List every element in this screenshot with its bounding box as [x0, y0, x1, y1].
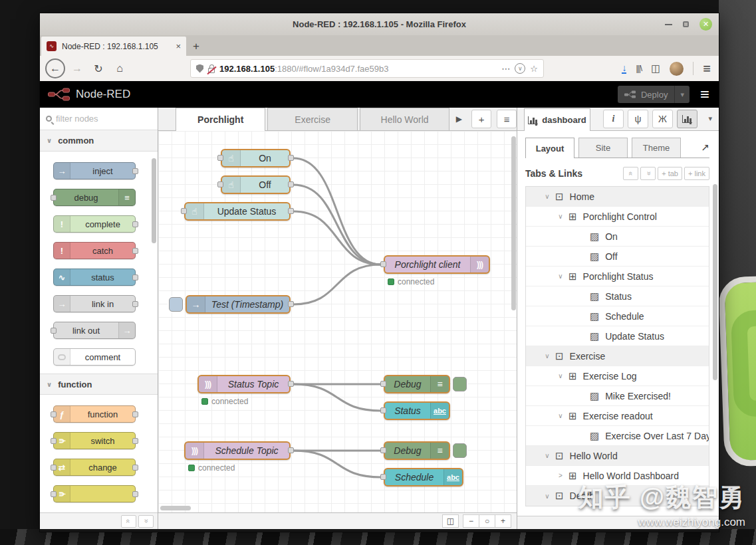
expand-all-button[interactable]: «	[640, 167, 656, 180]
output-port[interactable]	[132, 465, 138, 471]
sidebar-context-button[interactable]: ψ	[628, 110, 648, 128]
add-tab-button[interactable]: + tab	[658, 167, 682, 180]
flow-node-update-status[interactable]: ☝Update Status	[184, 202, 291, 221]
input-port[interactable]	[51, 195, 57, 201]
palette-node-change[interactable]: ⇄change	[53, 459, 136, 476]
input-port[interactable]	[380, 261, 386, 267]
tree-row-death[interactable]: ∨⊡Death	[526, 486, 709, 506]
chevron-down-icon[interactable]: ∨	[555, 412, 566, 419]
input-port[interactable]	[380, 474, 386, 480]
input-port[interactable]	[51, 465, 57, 471]
flow-node-schedule[interactable]: abcSchedule	[384, 468, 463, 487]
input-port[interactable]	[51, 491, 57, 497]
palette-node-status[interactable]: ∿status	[53, 269, 136, 286]
tree-row-update-status[interactable]: ▨Update Status	[526, 326, 709, 346]
tree-row-home[interactable]: ∨⊡Home	[526, 187, 709, 207]
tree-row-exercise-over-last-7-days[interactable]: ▨Exercise Over Last 7 Days	[526, 426, 709, 446]
output-port[interactable]	[288, 381, 294, 387]
output-port[interactable]	[132, 411, 138, 417]
flow-list-button[interactable]: ≡	[497, 110, 517, 128]
tree-row-mike-exercised[interactable]: ▨Mike Exercised!	[526, 386, 709, 406]
tree-row-status[interactable]: ▨Status	[526, 286, 709, 306]
close-button[interactable]: ✕	[699, 18, 712, 31]
chevron-down-icon[interactable]: ∨	[542, 352, 553, 360]
sidebar-scrollbar[interactable]	[713, 184, 717, 380]
tab-close-icon[interactable]: ×	[176, 41, 181, 51]
input-port[interactable]	[51, 438, 57, 444]
browser-menu-icon[interactable]: ≡	[703, 61, 711, 76]
deploy-caret-icon[interactable]: ▾	[674, 86, 690, 103]
input-port[interactable]	[181, 208, 187, 214]
input-port[interactable]	[380, 447, 386, 453]
palette-scrollbar[interactable]	[152, 158, 156, 243]
flow-node-schedule-topic[interactable]: )))Schedule Topic	[184, 441, 291, 460]
flow-tab-hello-world[interactable]: Hello World	[360, 108, 449, 130]
flow-node-test[interactable]: →Test (Timestamp)	[186, 295, 291, 314]
palette-node-link-out[interactable]: →link out	[53, 322, 136, 339]
flow-tab-porchlight[interactable]: Porchlight	[176, 108, 265, 131]
add-flow-button[interactable]: +	[471, 110, 491, 128]
wire[interactable]	[293, 451, 381, 477]
page-actions-icon[interactable]: ⋯	[501, 64, 510, 74]
palette-node-function[interactable]: ƒfunction	[53, 405, 136, 423]
search-input[interactable]	[56, 114, 136, 124]
input-port[interactable]	[380, 407, 386, 413]
palette-node-item[interactable]: ⋔	[53, 485, 136, 502]
deploy-button[interactable]: Deploy ▾	[618, 86, 690, 103]
collapse-all-button[interactable]: «	[623, 167, 638, 180]
debug-toggle-button[interactable]	[453, 377, 467, 391]
insecure-lock-icon[interactable]	[208, 68, 215, 73]
back-button[interactable]: ←	[45, 58, 65, 78]
tree-row-porchlight-control[interactable]: ∨⊞Porchlight Control	[526, 207, 709, 227]
minimize-button[interactable]	[665, 24, 672, 25]
reload-button[interactable]: ↻	[89, 59, 108, 78]
panel-tab-site[interactable]: Site	[578, 138, 628, 158]
output-port[interactable]	[132, 168, 138, 174]
flow-node-status-topic[interactable]: )))Status Topic	[197, 375, 291, 393]
window-titlebar[interactable]: Node-RED : 192.168.1.105 - Mozilla Firef…	[40, 13, 719, 35]
output-port[interactable]	[288, 301, 294, 307]
palette-search[interactable]	[40, 108, 158, 130]
input-port[interactable]	[51, 411, 57, 417]
output-port[interactable]	[132, 438, 138, 444]
output-port[interactable]	[288, 181, 294, 187]
flow-node-on[interactable]: ☝On	[221, 149, 291, 167]
output-port[interactable]	[288, 155, 294, 161]
tree-row-off[interactable]: ▨Off	[526, 247, 709, 267]
flow-canvas[interactable]: ☝On☝Off☝Update Status)))Porchlight clien…	[158, 131, 517, 512]
tree-row-on[interactable]: ▨On	[526, 227, 709, 247]
palette-node-inject[interactable]: →inject	[53, 162, 136, 179]
sidebar-debug-button[interactable]: Ж	[652, 110, 673, 128]
tree-row-hello-world[interactable]: ∨⊡Hello World	[526, 446, 709, 466]
flow-node-off[interactable]: ☝Off	[221, 175, 291, 194]
expand-categories-button[interactable]: «	[138, 515, 154, 528]
tree-row-exercise-log[interactable]: ∨⊞Exercise Log	[526, 366, 709, 386]
bookmark-star-icon[interactable]: ☆	[530, 64, 538, 74]
tree-row-exercise-readout[interactable]: ∨⊞Exercise readout	[526, 406, 709, 426]
maximize-button[interactable]	[683, 21, 689, 27]
output-port[interactable]	[132, 491, 138, 497]
wire[interactable]	[293, 384, 381, 411]
canvas-vertical-scrollbar[interactable]	[511, 136, 516, 310]
url-bar[interactable]: 192.168.1.105:1880/#flow/1a934d7.fae59b3…	[190, 59, 544, 78]
tree-row-hello-world-dashboard[interactable]: >⊞Hello World Dashboard	[526, 466, 709, 486]
palette-node-catch[interactable]: !catch	[53, 242, 136, 259]
sidebar-toggle-icon[interactable]: ◫	[651, 62, 660, 74]
output-port[interactable]	[132, 248, 138, 254]
wire[interactable]	[293, 211, 381, 265]
add-link-button[interactable]: + link	[684, 167, 709, 180]
palette-category-function[interactable]: ∨function	[40, 374, 158, 395]
tree-row-schedule[interactable]: ▨Schedule	[526, 306, 709, 326]
palette-node-comment[interactable]: comment	[53, 348, 136, 366]
navigator-button[interactable]: ◫	[442, 514, 459, 528]
chevron-down-icon[interactable]: ∨	[542, 193, 553, 200]
sidebar-dashboard-button[interactable]	[677, 110, 697, 128]
chevron-down-icon[interactable]: ∨	[542, 492, 553, 500]
flow-node-porchlight-client[interactable]: )))Porchlight client	[384, 255, 490, 274]
new-tab-button[interactable]: +	[186, 37, 206, 56]
flow-node-debug2[interactable]: ≡Debug	[384, 441, 450, 460]
tree-row-exercise[interactable]: ∨⊡Exercise	[526, 346, 709, 366]
downloads-icon[interactable]: ↓	[622, 63, 626, 74]
tree-row-porchlight-status[interactable]: ∨⊞Porchlight Status	[526, 267, 709, 286]
open-dashboard-icon[interactable]: ↗	[701, 142, 709, 158]
